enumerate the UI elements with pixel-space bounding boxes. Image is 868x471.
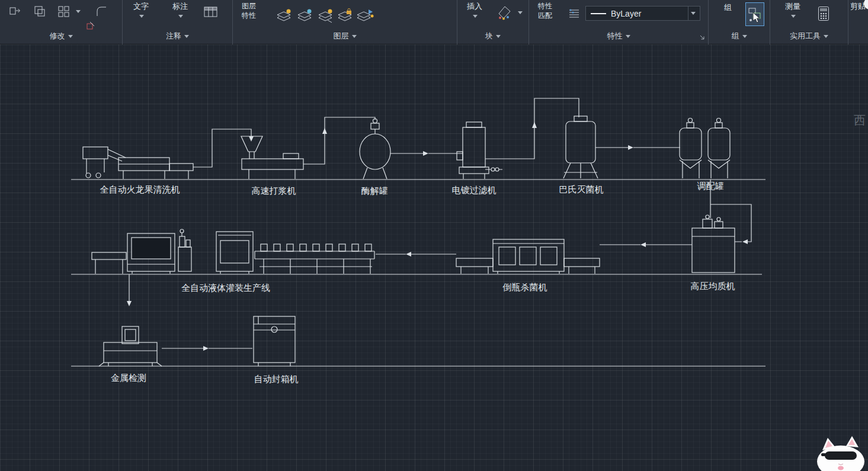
caret-icon: [691, 12, 696, 15]
block-edit-button[interactable]: [497, 5, 512, 20]
mouse-cursor: [752, 12, 762, 24]
cat-mascot: [813, 436, 868, 471]
erase-small-icon[interactable]: [87, 21, 95, 30]
panel-caret-icon: [626, 35, 630, 38]
offset-button[interactable]: [33, 5, 46, 18]
layer-freeze-button[interactable]: [296, 8, 313, 24]
group-button[interactable]: 组: [724, 2, 732, 13]
match-properties-button[interactable]: 特性匹配: [536, 1, 554, 20]
panel-modify: 修改: [0, 0, 123, 44]
panel-caret-icon: [742, 35, 747, 38]
combo-dropdown-icon[interactable]: [688, 7, 697, 20]
panel-caret-icon: [184, 35, 189, 38]
panel-title: 注释: [166, 31, 181, 40]
panel-title: 修改: [50, 31, 65, 40]
panel-caret-icon: [496, 35, 501, 38]
panel-caret-icon: [352, 35, 357, 38]
equipment-label-carton-sealer[interactable]: 自动封箱机: [254, 374, 299, 385]
equipment-label-washer[interactable]: 全自动火龙果清洗机: [100, 184, 180, 196]
edge-watermark-text: 西: [854, 113, 866, 129]
panel-label-group[interactable]: 组: [709, 31, 770, 41]
equipment-label-sterilizer[interactable]: 倒瓶杀菌机: [503, 282, 547, 293]
panel-title: 组: [732, 31, 739, 40]
fillet-button[interactable]: [95, 5, 108, 18]
panel-title: 实用工具: [790, 31, 821, 40]
text-dropdown-icon[interactable]: [139, 15, 144, 18]
panel-title: 块: [485, 31, 493, 40]
autocad-window: 全自动火龙果清洗机 高速打浆机 酶解罐 电镀过滤机 巴氏灭菌机 调配罐 全自动液…: [0, 0, 868, 471]
panel-block: 插入 块: [457, 0, 529, 44]
array-button[interactable]: [57, 5, 70, 18]
measure-dropdown-icon[interactable]: [791, 15, 796, 18]
bylayer-line-swatch: [591, 13, 606, 14]
equipment-label-metal-detector[interactable]: 金属检测: [111, 373, 146, 384]
layer-isolate-button[interactable]: [317, 8, 334, 24]
panel-caret-icon: [68, 35, 73, 38]
bylayer-value: ByLayer: [611, 9, 688, 18]
dimension-dropdown-icon[interactable]: [178, 15, 183, 18]
equipment-label-filling-line[interactable]: 全自动液体灌装生产线: [181, 283, 270, 294]
equipment-label-filter[interactable]: 电镀过滤机: [452, 185, 497, 196]
color-combobox[interactable]: ByLayer: [585, 6, 700, 21]
block-edit-dropdown-icon[interactable]: [518, 11, 523, 14]
hatch-lines-icon[interactable]: [568, 7, 581, 20]
equipment-label-pulper[interactable]: 高速打浆机: [252, 185, 296, 197]
panel-label-block[interactable]: 块: [457, 31, 529, 41]
measure-button[interactable]: 测量: [785, 1, 800, 12]
panel-label-layers[interactable]: 图层: [233, 31, 457, 41]
panel-properties: 特性匹配 ByLayer 特性: [529, 0, 709, 44]
equipment-label-homogenizer[interactable]: 高压均质机: [691, 281, 735, 292]
panel-label-modify[interactable]: 修改: [0, 31, 122, 41]
panel-label-properties[interactable]: 特性: [529, 31, 708, 41]
layer-walk-button[interactable]: [355, 8, 374, 24]
insert-dropdown-icon[interactable]: [473, 15, 478, 18]
panel-clipboard: 剪贴: [848, 0, 868, 44]
calculator-button[interactable]: [818, 6, 829, 21]
dimension-button[interactable]: 标注: [172, 1, 188, 12]
equipment-label-blend-tank[interactable]: 调配罐: [697, 181, 724, 192]
table-button[interactable]: [204, 6, 218, 18]
stretch-button[interactable]: [8, 5, 21, 18]
layer-properties-button[interactable]: 图层特性: [240, 1, 258, 20]
equipment-label-pasteurizer[interactable]: 巴氏灭菌机: [559, 184, 604, 196]
array-dropdown-icon[interactable]: [76, 10, 81, 13]
text-button[interactable]: 文字: [133, 1, 149, 12]
panel-layers: 图层特性 图层: [233, 0, 457, 44]
panel-label-annotation[interactable]: 注释: [123, 31, 232, 41]
drawing-canvas[interactable]: [0, 44, 868, 471]
layer-on-off-button[interactable]: [276, 8, 292, 24]
equipment-label-enzyme-tank[interactable]: 酶解罐: [361, 185, 388, 197]
panel-title: 特性: [607, 31, 623, 40]
panel-utilities: 测量 实用工具: [770, 0, 848, 44]
panel-caret-icon: [824, 35, 828, 38]
insert-button[interactable]: 插入: [467, 1, 482, 12]
panel-annotation: 文字 标注 注释: [123, 0, 233, 44]
ribbon: 修改 文字 标注 注释 图层特性: [0, 0, 868, 44]
panel-label-utilities[interactable]: 实用工具: [770, 31, 848, 41]
layer-lock-button[interactable]: [337, 8, 353, 24]
panel-title: 图层: [334, 31, 349, 40]
